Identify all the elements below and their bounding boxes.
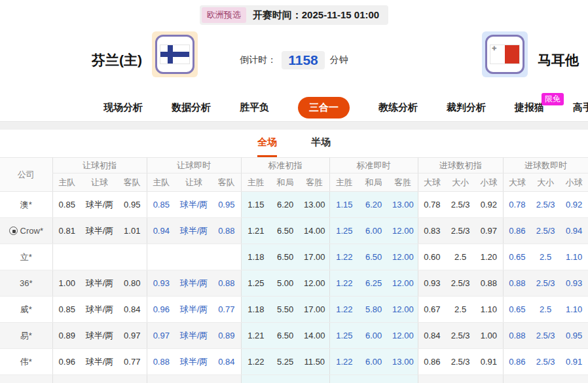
odds-cell: 2.5/3 bbox=[446, 218, 475, 244]
company-cell[interactable]: 澳* bbox=[0, 192, 52, 218]
sub-header: 小球 bbox=[560, 173, 588, 192]
company-cell[interactable]: 立* bbox=[0, 244, 52, 270]
odds-cell: 12.00 bbox=[388, 323, 418, 349]
odds-cell: 1.21 bbox=[241, 323, 270, 349]
odds-cell: 0.88 bbox=[418, 375, 446, 383]
odds-cell: 球半/两 bbox=[175, 192, 212, 218]
odds-cell: 1.22 bbox=[241, 349, 270, 375]
odds-cell: 0.84 bbox=[418, 323, 446, 349]
group-header-2: 让球即时 bbox=[147, 158, 241, 173]
odds-cell: 0.80 bbox=[118, 270, 147, 297]
nav-tab-7[interactable]: 捷报猫限免 bbox=[515, 101, 544, 114]
countdown-unit: 分钟 bbox=[330, 54, 348, 66]
group-header-3: 标准初指 bbox=[241, 158, 329, 173]
company-cell[interactable]: 威* bbox=[0, 297, 52, 323]
odds-cell bbox=[212, 244, 241, 270]
odds-cell: 0.83 bbox=[418, 218, 446, 244]
odds-cell: 球半/两 bbox=[175, 218, 212, 244]
odds-cell: 6.20 bbox=[359, 192, 388, 218]
nav-tab-3[interactable]: 胜平负 bbox=[240, 101, 269, 114]
subtab-2[interactable]: 半场 bbox=[311, 136, 331, 157]
odds-cell: 1.22 bbox=[329, 244, 359, 270]
odds-cell: 0.94 bbox=[560, 375, 588, 383]
period-subtabs: 全场半场 bbox=[0, 130, 588, 157]
odds-cell: 1.22 bbox=[329, 270, 359, 297]
match-info-bar: 欧洲预选 开赛时间：2025-11-15 01:00 bbox=[0, 5, 588, 25]
subtab-1[interactable]: 全场 bbox=[257, 136, 277, 157]
company-cell[interactable]: 36* bbox=[0, 270, 52, 297]
table-row: 36*1.00球半/两0.800.93球半/两0.881.255.0012.00… bbox=[0, 270, 588, 297]
odds-cell: 12.00 bbox=[388, 297, 418, 323]
nav-tab-1[interactable]: 现场分析 bbox=[103, 101, 143, 114]
odds-cell bbox=[147, 244, 175, 270]
odds-cell: 6.50 bbox=[270, 323, 300, 349]
sub-header: 主队 bbox=[52, 173, 81, 192]
away-team-name: 马耳他 bbox=[538, 51, 579, 69]
odds-cell: 2.5/3 bbox=[531, 192, 560, 218]
odds-cell: 1.18 bbox=[241, 244, 270, 270]
odds-cell: 球半/两 bbox=[81, 349, 118, 375]
odds-cell: 球半/两 bbox=[81, 192, 118, 218]
odds-cell: 2.5 bbox=[446, 297, 475, 323]
table-sub-header-row: 主队让球客队主队让球客队主胜和局客胜主胜和局客胜大球大小小球大球大小小球 bbox=[0, 173, 588, 192]
odds-cell: 6.50 bbox=[359, 244, 388, 270]
odds-table-body: 澳*0.85球半/两0.950.85球半/两0.951.156.2013.001… bbox=[0, 192, 588, 383]
countdown-label: 倒计时： bbox=[240, 54, 276, 66]
odds-cell: 球半/两 bbox=[175, 270, 212, 297]
odds-cell: 5.60 bbox=[359, 375, 388, 383]
sub-header: 大小 bbox=[446, 173, 475, 192]
odds-cell: 0.97 bbox=[475, 218, 503, 244]
odds-cell: 12.00 bbox=[300, 270, 329, 297]
odds-cell: 0.97 bbox=[147, 323, 175, 349]
odds-cell: 0.78 bbox=[118, 375, 147, 383]
company-cell[interactable]: 易* bbox=[0, 323, 52, 349]
odds-cell: 1.10 bbox=[560, 297, 588, 323]
odds-cell: 0.94 bbox=[147, 218, 175, 244]
table-row: 澳*0.85球半/两0.950.85球半/两0.951.156.2013.001… bbox=[0, 192, 588, 218]
odds-cell: 0.86 bbox=[503, 349, 531, 375]
odds-cell: 1.15 bbox=[241, 192, 270, 218]
odds-cell: 1.18 bbox=[241, 375, 270, 383]
odds-cell: 2.5/3 bbox=[446, 375, 475, 383]
odds-cell: 0.98 bbox=[52, 375, 81, 383]
nav-tab-6[interactable]: 裁判分析 bbox=[447, 101, 486, 114]
odds-cell: 6.00 bbox=[359, 323, 388, 349]
teams-row: 芬兰(主) 倒计时： 1158 分钟 ✚ 马耳他 bbox=[0, 31, 588, 94]
odds-cell: 6.00 bbox=[359, 218, 388, 244]
odds-cell: 0.88 bbox=[503, 375, 531, 383]
divider-band bbox=[0, 122, 588, 130]
odds-cell: 1.20 bbox=[475, 244, 503, 270]
odds-cell: 0.84 bbox=[212, 349, 241, 375]
sub-header: 和局 bbox=[359, 173, 388, 192]
odds-cell: 0.88 bbox=[503, 323, 531, 349]
nav-tab-8[interactable]: 高手推荐 bbox=[573, 101, 588, 114]
kickoff-label: 开赛时间： bbox=[253, 9, 302, 20]
company-cell[interactable]: 伟* bbox=[0, 349, 52, 375]
soccer-ball-icon bbox=[9, 227, 18, 235]
kickoff-value: 2025-11-15 01:00 bbox=[302, 9, 379, 20]
nav-tab-5[interactable]: 教练分析 bbox=[378, 101, 418, 114]
odds-cell: 0.89 bbox=[212, 323, 241, 349]
company-cell[interactable]: 明* bbox=[0, 375, 52, 383]
sub-header: 让球 bbox=[81, 173, 118, 192]
sub-header: 大小 bbox=[531, 173, 560, 192]
odds-cell: 球半/两 bbox=[81, 297, 118, 323]
company-cell[interactable]: Crow* bbox=[0, 218, 52, 244]
odds-cell: 17.00 bbox=[300, 297, 329, 323]
nav-tab-4[interactable]: 三合一 bbox=[298, 97, 350, 119]
odds-cell: 球半/两 bbox=[175, 323, 212, 349]
sub-header: 让球 bbox=[175, 173, 212, 192]
odds-cell: 9.40 bbox=[300, 375, 329, 383]
odds-cell: 1.10 bbox=[475, 297, 503, 323]
table-group-header-row: 公司 让球初指让球即时标准初指标准即时进球数初指进球数即时 bbox=[0, 158, 588, 173]
nav-tab-2[interactable]: 数据分析 bbox=[172, 101, 211, 114]
odds-table: 公司 让球初指让球即时标准初指标准即时进球数初指进球数即时 主队让球客队主队让球… bbox=[0, 157, 588, 383]
odds-cell bbox=[175, 244, 212, 270]
odds-cell: 6.00 bbox=[359, 349, 388, 375]
odds-cell: 1.00 bbox=[475, 323, 503, 349]
odds-cell: 1.25 bbox=[329, 323, 359, 349]
odds-cell: 6.50 bbox=[270, 218, 300, 244]
malta-flag-icon: ✚ bbox=[485, 35, 524, 74]
free-trial-badge: 限免 bbox=[542, 93, 564, 105]
odds-cell: 0.81 bbox=[52, 218, 81, 244]
